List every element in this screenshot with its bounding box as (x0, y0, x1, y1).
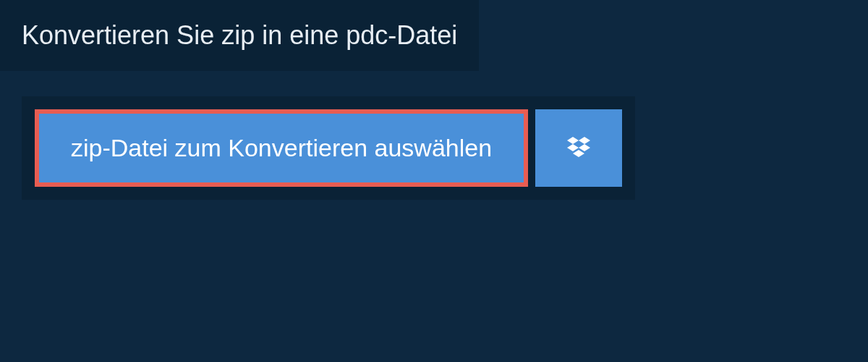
select-file-label: zip-Datei zum Konvertieren auswählen (71, 134, 492, 162)
dropbox-icon (564, 134, 593, 163)
upload-section: zip-Datei zum Konvertieren auswählen (22, 96, 635, 200)
title-bar: Konvertieren Sie zip in eine pdc-Datei (0, 0, 479, 71)
page-title: Konvertieren Sie zip in eine pdc-Datei (22, 20, 457, 51)
select-file-button[interactable]: zip-Datei zum Konvertieren auswählen (35, 109, 528, 187)
dropbox-button[interactable] (535, 109, 622, 187)
